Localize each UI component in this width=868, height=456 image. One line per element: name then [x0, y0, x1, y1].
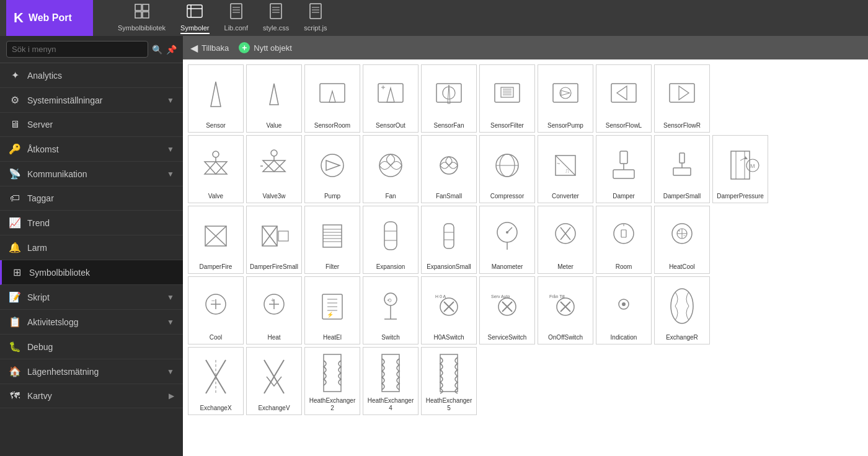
symbol-sensorroom[interactable]: SensorRoom [304, 64, 360, 133]
sidebar-item-lagenhetsmätning[interactable]: 🏠 Lägenhetsmätning ▼ [0, 359, 183, 384]
serviceswitch-icon-area: Serv Auto [482, 281, 532, 331]
symbol-cool[interactable]: − Cool [188, 276, 244, 344]
symbol-compressor[interactable]: Compressor [479, 135, 535, 203]
sidebar-item-atkomst[interactable]: 🔑 Åtkomst ▼ [0, 137, 183, 162]
svg-point-143 [671, 289, 693, 323]
symbol-switch[interactable]: ⟲ Switch [363, 276, 418, 344]
damperfire-icon-area [191, 210, 241, 261]
analytics-icon: ✦ [9, 69, 21, 81]
sensorfilter-label: SensorFilter [482, 122, 532, 129]
fan-label: Fan [366, 193, 415, 200]
fansmall-icon-area [424, 139, 474, 190]
meter-icon-area [541, 210, 590, 261]
symbol-sensorfan[interactable]: SensorFan [421, 64, 477, 133]
symbol-sensorpump[interactable]: SensorPump [538, 64, 593, 133]
cool-icon-area: − [191, 281, 241, 331]
new-object-button[interactable]: + Nytt objekt [239, 42, 291, 53]
symbol-onoffswitch[interactable]: Från Till OnOffSwitch [538, 276, 593, 344]
symbol-dampersmall[interactable]: DamperSmall [654, 135, 710, 203]
h0aswitch-label: H0ASwitch [424, 334, 474, 341]
toolbar-item-libconf[interactable]: Lib.conf [224, 2, 249, 34]
svg-point-47 [271, 150, 277, 156]
symbol-heathexchanger2[interactable]: HeathExchanger2 [304, 347, 360, 415]
damperpressure-icon-area: M [715, 139, 765, 190]
symbol-expansionsmall[interactable]: ExpansionSmall [421, 206, 477, 274]
symbol-converter[interactable]: ~ ⎍ Converter [538, 135, 593, 203]
symbol-room[interactable]: Room [596, 206, 652, 274]
damperFireSmall-label: DamperFireSmall [249, 263, 299, 271]
symbol-heat[interactable]: + Heat [246, 276, 302, 344]
symbol-sensorflowl[interactable]: SensorFlowL [596, 64, 652, 133]
symbol-exchangev[interactable]: ExchangeV [246, 347, 302, 415]
sidebar-item-label-trend: Trend [27, 218, 174, 228]
symbol-indication[interactable]: Indication [596, 276, 652, 344]
sidebar-item-kommunikation[interactable]: 📡 Kommunikation ▼ [0, 162, 183, 186]
symbol-sensorout[interactable]: SensorOut [363, 64, 418, 133]
sidebar-item-label-kommunikation: Kommunikation [27, 169, 161, 179]
symbol-sensorfilter[interactable]: SensorFilter [479, 64, 535, 133]
symbol-exchanger[interactable]: ExchangeR [654, 276, 710, 344]
sub-toolbar: ◀ Tillbaka + Nytt objekt [183, 36, 868, 59]
svg-rect-3 [143, 12, 149, 18]
pin-icon[interactable]: 📌 [166, 45, 177, 55]
symbol-damperpressure[interactable]: M DamperPressure [712, 135, 768, 203]
symbol-expansion[interactable]: Expansion [363, 206, 418, 274]
symbol-damperFireSmall[interactable]: DamperFireSmall [246, 206, 302, 274]
larm-icon: 🔔 [9, 242, 21, 253]
symbol-sensor[interactable]: Sensor [188, 64, 244, 133]
serviceswitch-label: ServiceSwitch [482, 334, 532, 341]
sidebar-item-taggar[interactable]: 🏷 Taggar [0, 186, 183, 211]
sidebar-item-analytics[interactable]: ✦ Analytics [0, 63, 183, 88]
symbol-meter[interactable]: Meter [538, 206, 593, 274]
svg-marker-40 [617, 86, 627, 100]
symbol-pump[interactable]: Pump [304, 135, 360, 203]
sidebar-item-server[interactable]: 🖥 Server [0, 113, 183, 137]
symbol-heathexchanger4[interactable]: HeathExchanger4 [363, 347, 418, 415]
sidebar-item-trend[interactable]: 📈 Trend [0, 211, 183, 235]
symbol-manometer[interactable]: Manometer [479, 206, 535, 274]
toolbar-item-stylecss[interactable]: style.css [263, 2, 289, 34]
toolbar-item-symboler[interactable]: Symboler [180, 2, 209, 34]
symbol-heatel[interactable]: ⚡ HeatEl [304, 276, 360, 344]
sidebar-item-debug[interactable]: 🐛 Debug [0, 335, 183, 359]
search-input[interactable] [6, 41, 148, 58]
manometer-icon-area [482, 210, 532, 261]
sensorFlowr-icon-area [657, 69, 707, 120]
symbol-fan[interactable]: Fan [363, 135, 418, 203]
svg-rect-41 [670, 84, 694, 102]
svg-text:Från  Till: Från Till [549, 294, 565, 299]
symbol-damper[interactable]: Damper [596, 135, 652, 203]
symbol-damperfire[interactable]: DamperFire [188, 206, 244, 274]
symbol-fansmall[interactable]: FanSmall [421, 135, 477, 203]
search-icon[interactable]: 🔍 [152, 45, 162, 55]
symbol-value[interactable]: Value [246, 64, 302, 133]
symbol-h0aswitch[interactable]: H 0 A H0ASwitch [421, 276, 477, 344]
sidebar-item-kartvy[interactable]: 🗺 Kartvy ▶ [0, 384, 183, 408]
toolbar-item-symbolbibliotek[interactable]: Symbolbibliotek [118, 2, 166, 34]
manometer-label: Manometer [482, 263, 532, 271]
svg-text:⚡: ⚡ [327, 311, 334, 318]
sidebar-item-label-kartvy: Kartvy [27, 391, 162, 401]
sidebar-item-aktivitetslogg[interactable]: 📋 Aktivitetslogg ▼ [0, 310, 183, 335]
expand-arrow-icon-2: ▼ [167, 145, 174, 154]
symbol-sensorFlowr[interactable]: SensorFlowR [654, 64, 710, 133]
symbol-exchangex[interactable]: ExchangeX [188, 347, 244, 415]
symbol-valve3w[interactable]: Valve3w [246, 135, 302, 203]
svg-rect-63 [620, 151, 627, 164]
sensorpump-label: SensorPump [541, 122, 590, 129]
symbol-valve[interactable]: Valve [188, 135, 244, 203]
back-button[interactable]: ◀ Tillbaka [190, 42, 229, 54]
symbol-filter[interactable]: Filter [304, 206, 360, 274]
back-arrow-icon: ◀ [190, 42, 198, 54]
sidebar-item-label-analytics: Analytics [27, 71, 174, 81]
symbol-heathexchanger5[interactable]: HeathExchanger5 [421, 347, 477, 415]
sidebar-item-larm[interactable]: 🔔 Larm [0, 235, 183, 260]
symbol-heatcool[interactable]: + − HeatCool [654, 206, 710, 274]
symbol-serviceswitch[interactable]: Serv Auto ServiceSwitch [479, 276, 535, 344]
svg-text:H 0 A: H 0 A [435, 294, 446, 299]
sidebar-item-systeminst[interactable]: ⚙ Systeminställningar ▼ [0, 88, 183, 113]
sidebar-item-skript[interactable]: 📝 Skript ▼ [0, 285, 183, 310]
sensorpump-icon-area [541, 69, 590, 120]
toolbar-item-scriptjs[interactable]: script.js [304, 2, 327, 34]
sidebar-item-symbolbibliotek[interactable]: ⊞ Symbolbibliotek [0, 260, 183, 285]
